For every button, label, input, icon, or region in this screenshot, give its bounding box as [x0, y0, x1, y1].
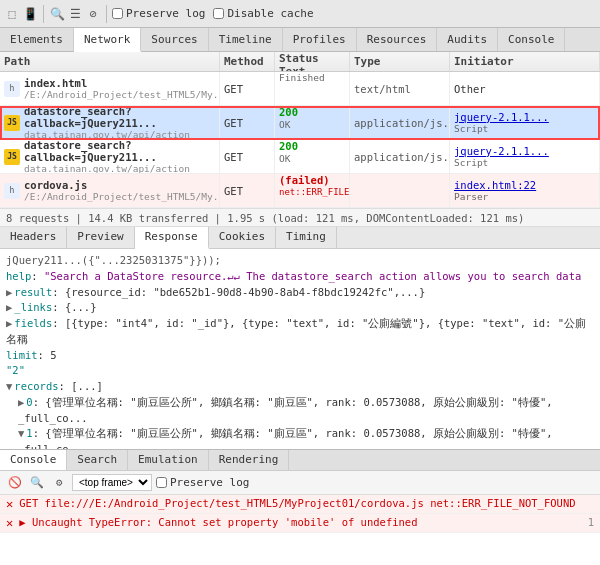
- col-header-status: StatusText: [275, 52, 350, 71]
- console-error-line: ✕ GET file:///E:/Android_Project/test_HT…: [0, 495, 600, 514]
- row-filename: index.html: [24, 77, 220, 89]
- row-type: [350, 174, 450, 207]
- preserve-log-group: Preserve log: [112, 7, 205, 20]
- row-filepath: /E:/Android_Project/test_HTML5/My...: [24, 191, 220, 202]
- tab-timing[interactable]: Timing: [276, 227, 337, 248]
- disable-cache-checkbox[interactable]: [213, 8, 224, 19]
- disable-cache-group: Disable cache: [213, 7, 313, 20]
- row-status: (failed) net::ERR_FILE_NOT_FOUND: [275, 174, 350, 207]
- tab-console[interactable]: Console: [498, 28, 565, 51]
- console-preserve-label: Preserve log: [170, 476, 249, 489]
- row-filename: datastore_search?callback=jQuery211...: [24, 140, 215, 163]
- console-tabs: Console Search Emulation Rendering: [0, 449, 600, 471]
- preserve-log-label: Preserve log: [126, 7, 205, 20]
- tab-network[interactable]: Network: [74, 28, 141, 52]
- row-filepath: data.tainan.gov.tw/api/action: [24, 163, 215, 173]
- tab-headers[interactable]: Headers: [0, 227, 67, 248]
- tab-profiles[interactable]: Profiles: [283, 28, 357, 51]
- network-header: Path Method StatusText Type Initiator: [0, 52, 600, 72]
- tab-cookies[interactable]: Cookies: [209, 227, 276, 248]
- response-line: ▶fields: [{type: "int4", id: "_id"}, {ty…: [6, 316, 594, 348]
- row-initiator: Other: [450, 72, 600, 105]
- console-error-text: ▶ Uncaught TypeError: Cannot set propert…: [19, 516, 581, 528]
- row-type: application/js...: [350, 106, 450, 139]
- console-line-number: 1: [588, 516, 594, 528]
- console-error-line: ✕ ▶ Uncaught TypeError: Cannot set prope…: [0, 514, 600, 533]
- tab-preview[interactable]: Preview: [67, 227, 134, 248]
- col-header-method: Method: [220, 52, 275, 71]
- preserve-log-checkbox[interactable]: [112, 8, 123, 19]
- js-icon: JS: [4, 149, 20, 165]
- network-row[interactable]: JS datastore_search?callback=jQuery211..…: [0, 140, 600, 174]
- console-preserve-group: Preserve log: [156, 476, 249, 489]
- row-status: Finished: [275, 72, 350, 105]
- error-icon: ✕: [6, 516, 13, 530]
- tab-console[interactable]: Console: [0, 450, 67, 470]
- error-icon: ✕: [6, 497, 13, 511]
- row-initiator: index.html:22 Parser: [450, 174, 600, 207]
- top-toolbar: ⬚ 📱 🔍 ☰ ⊘ Preserve log Disable cache: [0, 0, 600, 28]
- console-toolbar: 🚫 🔍 ⚙ <top frame> Preserve log: [0, 471, 600, 495]
- row-filename: cordova.js: [24, 179, 220, 191]
- stop-icon[interactable]: ⊘: [85, 6, 101, 22]
- response-line: ▶result: {resource_id: "bde652b1-90d8-4b…: [6, 285, 594, 301]
- network-row[interactable]: h cordova.js /E:/Android_Project/test_HT…: [0, 174, 600, 208]
- response-line: "2": [6, 363, 594, 379]
- row-type: application/js...: [350, 140, 450, 173]
- response-line: ▼records: [...]: [6, 379, 594, 395]
- filter-icon[interactable]: 🔍: [49, 6, 65, 22]
- tab-response[interactable]: Response: [135, 227, 209, 249]
- tab-elements[interactable]: Elements: [0, 28, 74, 51]
- devtools-tabs: Elements Network Sources Timeline Profil…: [0, 28, 600, 52]
- list-icon[interactable]: ☰: [67, 6, 83, 22]
- tab-sources[interactable]: Sources: [141, 28, 208, 51]
- tab-audits[interactable]: Audits: [437, 28, 498, 51]
- response-line: jQuery211...({"...2325031375"}}));: [6, 253, 594, 269]
- disable-cache-label: Disable cache: [227, 7, 313, 20]
- html-icon: h: [4, 81, 20, 97]
- tab-timeline[interactable]: Timeline: [209, 28, 283, 51]
- row-method: GET: [220, 140, 275, 173]
- row-initiator: jquery-2.1.1... Script: [450, 106, 600, 139]
- response-content[interactable]: jQuery211...({"...2325031375"}})); help:…: [0, 249, 600, 449]
- row-filepath: /E:/Android_Project/test_HTML5/My...: [24, 89, 220, 100]
- row-method: GET: [220, 72, 275, 105]
- row-filename: datastore_search?callback=jQuery211...: [24, 106, 215, 129]
- response-line: help: "Search a DataStore resource.↵↵ Th…: [6, 269, 594, 285]
- response-line: ▼1: {管理單位名稱: "廁豆區公所", 鄉鎮名稱: "廁豆區", rank:…: [6, 426, 594, 449]
- row-status: 200 OK: [275, 106, 350, 139]
- row-status: 200 OK: [275, 140, 350, 173]
- row-initiator: jquery-2.1.1... Script: [450, 140, 600, 173]
- console-content: ✕ GET file:///E:/Android_Project/test_HT…: [0, 495, 600, 565]
- response-line: ▶0: {管理單位名稱: "廁豆區公所", 鄉鎮名稱: "廁豆區", rank:…: [6, 395, 594, 427]
- col-header-initiator: Initiator: [450, 52, 600, 71]
- network-summary: 8 requests | 14.4 KB transferred | 1.95 …: [0, 209, 600, 227]
- frame-selector[interactable]: <top frame>: [72, 474, 152, 491]
- response-line: ▶_links: {...}: [6, 300, 594, 316]
- console-error-text: GET file:///E:/Android_Project/test_HTML…: [19, 497, 594, 509]
- row-type: text/html: [350, 72, 450, 105]
- console-preserve-checkbox[interactable]: [156, 477, 167, 488]
- inspect-icon[interactable]: ⬚: [4, 6, 20, 22]
- tab-rendering[interactable]: Rendering: [209, 450, 290, 470]
- row-filepath: data.tainan.gov.tw/api/action: [24, 129, 215, 139]
- device-icon[interactable]: 📱: [22, 6, 38, 22]
- row-method: GET: [220, 106, 275, 139]
- js-icon: JS: [4, 115, 20, 131]
- response-line: limit: 5: [6, 348, 594, 364]
- col-header-type: Type: [350, 52, 450, 71]
- network-table: Path Method StatusText Type Initiator h …: [0, 52, 600, 209]
- tab-search[interactable]: Search: [67, 450, 128, 470]
- clear-console-button[interactable]: 🚫: [6, 474, 24, 492]
- row-method: GET: [220, 174, 275, 207]
- console-settings-icon[interactable]: ⚙: [50, 474, 68, 492]
- console-filter-icon[interactable]: 🔍: [28, 474, 46, 492]
- html-icon: h: [4, 183, 20, 199]
- tab-resources[interactable]: Resources: [357, 28, 438, 51]
- subpanel-tabs: Headers Preview Response Cookies Timing: [0, 227, 600, 249]
- col-header-path: Path: [0, 52, 220, 71]
- network-row[interactable]: JS datastore_search?callback=jQuery211..…: [0, 106, 600, 140]
- network-row[interactable]: h index.html /E:/Android_Project/test_HT…: [0, 72, 600, 106]
- tab-emulation[interactable]: Emulation: [128, 450, 209, 470]
